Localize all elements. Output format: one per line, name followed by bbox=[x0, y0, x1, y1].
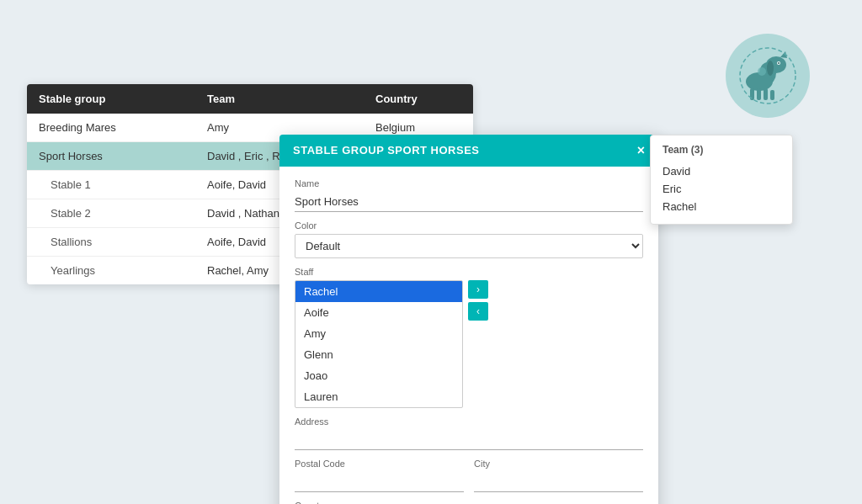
country-label: Country bbox=[295, 501, 643, 505]
team-popup-title: Team (3) bbox=[662, 144, 780, 156]
color-select[interactable]: Default bbox=[295, 234, 643, 258]
postal-code-label: Postal Code bbox=[295, 459, 464, 469]
cell-stable-group: Stallions bbox=[27, 228, 195, 256]
svg-point-3 bbox=[746, 72, 773, 91]
svg-rect-5 bbox=[757, 88, 761, 100]
cell-stable-group: Stable 1 bbox=[27, 171, 195, 199]
cell-stable-group: Yearlings bbox=[27, 257, 195, 284]
col-team: Team bbox=[195, 84, 364, 114]
staff-list-item[interactable]: Joao bbox=[295, 365, 462, 386]
svg-point-8 bbox=[767, 61, 774, 76]
staff-list-item[interactable]: Rachel bbox=[295, 281, 462, 302]
cell-stable-group: Sport Horses bbox=[27, 142, 195, 170]
staff-label: Staff bbox=[295, 267, 643, 277]
staff-list-item[interactable]: Lauren bbox=[295, 386, 462, 407]
name-label: Name bbox=[295, 178, 643, 188]
name-input[interactable] bbox=[295, 192, 643, 212]
team-member-item: Rachel bbox=[662, 198, 780, 215]
stable-group-modal: STABLE GROUP SPORT HORSES × Name Color D… bbox=[279, 135, 658, 505]
transfer-left-button[interactable]: ‹ bbox=[468, 302, 488, 321]
address-input[interactable] bbox=[295, 430, 643, 450]
cell-stable-group: Stable 2 bbox=[27, 199, 195, 227]
modal-close-button[interactable]: × bbox=[637, 143, 645, 158]
team-members-list: DavidEricRachel bbox=[662, 162, 780, 215]
team-member-item: Eric bbox=[662, 180, 780, 198]
staff-section: RachelAoifeAmyGlennJoaoLauren › ‹ bbox=[295, 280, 643, 408]
team-member-item: David bbox=[662, 162, 780, 180]
modal-body: Name Color Default Staff RachelAoifeAmyG… bbox=[279, 167, 658, 505]
svg-point-10 bbox=[778, 62, 780, 64]
cell-stable-group: Breeding Mares bbox=[27, 114, 195, 141]
col-stable-group: Stable group bbox=[27, 84, 195, 114]
table-header: Stable group Team Country bbox=[27, 84, 473, 114]
svg-rect-7 bbox=[770, 90, 774, 100]
modal-header: STABLE GROUP SPORT HORSES × bbox=[279, 135, 658, 167]
staff-list-item[interactable]: Aoife bbox=[295, 302, 462, 323]
svg-rect-6 bbox=[764, 88, 768, 100]
city-label: City bbox=[474, 459, 643, 469]
horse-icon bbox=[738, 46, 797, 105]
postal-code-input[interactable] bbox=[295, 472, 464, 492]
city-input[interactable] bbox=[474, 472, 643, 492]
col-country: Country bbox=[364, 84, 473, 114]
staff-list: RachelAoifeAmyGlennJoaoLauren bbox=[295, 280, 463, 408]
transfer-buttons: › ‹ bbox=[463, 280, 493, 321]
team-popup: Team (3) DavidEricRachel bbox=[650, 135, 793, 225]
horse-icon-circle bbox=[726, 34, 810, 118]
svg-point-11 bbox=[758, 67, 766, 76]
color-label: Color bbox=[295, 220, 643, 231]
address-label: Address bbox=[295, 416, 643, 427]
transfer-right-button[interactable]: › bbox=[468, 280, 488, 299]
modal-title: STABLE GROUP SPORT HORSES bbox=[293, 144, 480, 157]
staff-list-item[interactable]: Glenn bbox=[295, 344, 462, 365]
staff-list-item[interactable]: Amy bbox=[295, 323, 462, 344]
